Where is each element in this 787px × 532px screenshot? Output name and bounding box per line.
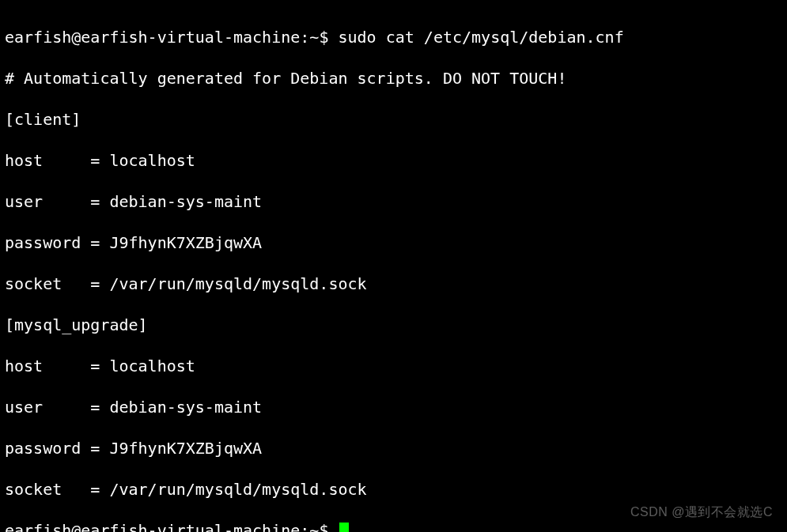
config-value: debian-sys-maint: [109, 398, 262, 417]
prompt-colon: :: [300, 28, 309, 47]
prompt-user-host: earfish@earfish-virtual-machine: [5, 28, 300, 47]
config-entry: socket = /var/run/mysqld/mysqld.sock: [5, 274, 782, 294]
config-entry: password = J9fhynK7XZBjqwXA: [5, 232, 782, 253]
config-key: host: [5, 357, 81, 375]
config-key: password: [5, 233, 81, 252]
config-entry: user = debian-sys-maint: [5, 191, 782, 212]
config-entry: host = localhost: [5, 356, 782, 376]
prompt-path: ~: [309, 28, 319, 47]
config-entry: user = debian-sys-maint: [5, 397, 782, 417]
prompt-path: ~: [309, 521, 319, 532]
config-entry: host = localhost: [5, 150, 782, 171]
command-text: sudo cat /etc/mysql/debian.cnf: [338, 28, 623, 47]
config-value: J9fhynK7XZBjqwXA: [109, 439, 262, 458]
config-key: password: [5, 439, 81, 458]
section-header-mysql-upgrade: [mysql_upgrade]: [5, 315, 782, 335]
config-key: socket: [5, 480, 81, 499]
prompt-symbol: $: [319, 521, 328, 532]
section-header-client: [client]: [5, 109, 782, 130]
cursor-icon: [339, 523, 349, 532]
prompt-user-host: earfish@earfish-virtual-machine: [5, 521, 300, 532]
prompt-colon: :: [300, 521, 309, 532]
config-entry: password = J9fhynK7XZBjqwXA: [5, 438, 782, 458]
config-entry: socket = /var/run/mysqld/mysqld.sock: [5, 479, 782, 500]
config-value: /var/run/mysqld/mysqld.sock: [109, 274, 366, 293]
prompt-line-1: earfish@earfish-virtual-machine:~$ sudo …: [5, 27, 782, 47]
config-key: user: [5, 192, 81, 211]
config-value: localhost: [109, 151, 195, 170]
prompt-line-2[interactable]: earfish@earfish-virtual-machine:~$: [5, 520, 782, 532]
config-value: debian-sys-maint: [109, 192, 262, 211]
config-key: user: [5, 398, 81, 417]
prompt-symbol: $: [319, 28, 328, 47]
terminal-output[interactable]: earfish@earfish-virtual-machine:~$ sudo …: [5, 6, 782, 532]
config-value: localhost: [109, 357, 195, 375]
file-comment: # Automatically generated for Debian scr…: [5, 68, 782, 89]
config-key: host: [5, 151, 81, 170]
config-key: socket: [5, 274, 81, 293]
config-value: J9fhynK7XZBjqwXA: [109, 233, 262, 252]
config-value: /var/run/mysqld/mysqld.sock: [109, 480, 366, 499]
watermark-text: CSDN @遇到不会就选C: [630, 504, 773, 521]
